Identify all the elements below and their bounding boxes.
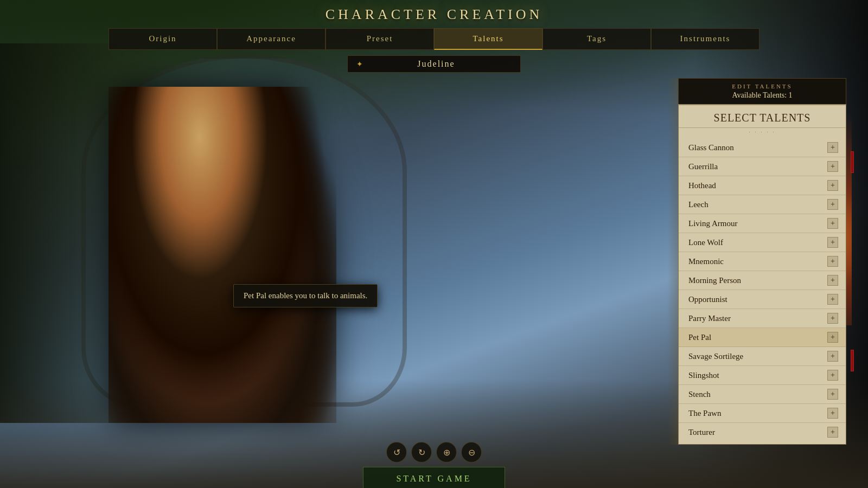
talent-add-button[interactable]: +	[827, 180, 838, 191]
talent-item[interactable]: Morning Person+	[679, 271, 846, 290]
talent-item[interactable]: Slingshot+	[679, 366, 846, 385]
name-input-wrapper: ✦	[347, 55, 521, 73]
talent-name: Parry Master	[688, 314, 731, 323]
start-game-button[interactable]: START GAME	[363, 467, 505, 488]
talent-item[interactable]: Glass Cannon+	[679, 138, 846, 157]
main-content: Pet Pal enables you to talk to animals. …	[0, 73, 868, 488]
talent-add-button[interactable]: +	[827, 351, 838, 362]
talents-list[interactable]: Glass Cannon+Guerrilla+Hothead+Leech+Liv…	[679, 138, 846, 439]
talents-divider: · · · · ·	[679, 128, 846, 138]
talent-item[interactable]: Living Armour+	[679, 214, 846, 233]
talent-item[interactable]: Opportunist+	[679, 290, 846, 309]
bottom-controls-wrapper: ↺↻⊕⊖ START GAME	[363, 442, 505, 488]
talent-name: Savage Sortilege	[688, 352, 743, 361]
talent-add-button[interactable]: +	[827, 142, 838, 153]
talent-item[interactable]: Torturer+	[679, 423, 846, 439]
tab-instruments[interactable]: Instruments	[651, 28, 760, 50]
talent-item[interactable]: Savage Sortilege+	[679, 347, 846, 366]
name-icon: ✦	[356, 60, 363, 69]
tab-tags[interactable]: Tags	[542, 28, 651, 50]
talent-item[interactable]: Guerrilla+	[679, 157, 846, 176]
talent-add-button[interactable]: +	[827, 332, 838, 343]
talent-name: Lone Wolf	[688, 238, 723, 247]
tab-talents[interactable]: Talents	[434, 28, 542, 50]
talent-add-button[interactable]: +	[827, 370, 838, 381]
talent-name: Hothead	[688, 181, 716, 190]
talent-add-button[interactable]: +	[827, 218, 838, 229]
zoom-in-icon[interactable]: ⊕	[436, 442, 457, 463]
talent-item[interactable]: Mnemonic+	[679, 252, 846, 271]
tooltip: Pet Pal enables you to talk to animals.	[233, 284, 378, 307]
bottom-bar: ↺↻⊕⊖ START GAME	[0, 445, 868, 488]
talent-add-button[interactable]: +	[827, 237, 838, 248]
talent-name: Mnemonic	[688, 257, 724, 266]
talent-name: Opportunist	[688, 295, 727, 304]
title-bar: CHARACTER CREATION	[0, 0, 868, 26]
talent-name: Glass Cannon	[688, 143, 734, 152]
talent-name: Guerrilla	[688, 162, 718, 171]
rotate-left-icon[interactable]: ↺	[386, 442, 407, 463]
character-name-input[interactable]	[368, 59, 504, 69]
panel-available-talents: Available Talents: 1	[685, 91, 839, 100]
talents-list-title: SELECT TALENTS	[679, 105, 846, 128]
talent-name: Slingshot	[688, 371, 719, 380]
name-bar: ✦	[0, 55, 868, 73]
talent-name: Living Armour	[688, 219, 737, 228]
talent-add-button[interactable]: +	[827, 161, 838, 172]
talent-add-button[interactable]: +	[827, 408, 838, 419]
page-title: CHARACTER CREATION	[0, 7, 868, 23]
red-accent-bottom	[851, 350, 854, 371]
talent-item[interactable]: Hothead+	[679, 176, 846, 195]
rotate-right-icon[interactable]: ↻	[411, 442, 432, 463]
talent-add-button[interactable]: +	[827, 427, 838, 438]
talent-item[interactable]: Stench+	[679, 385, 846, 404]
talent-add-button[interactable]: +	[827, 275, 838, 286]
talent-name: Stench	[688, 390, 711, 399]
talent-name: Torturer	[688, 428, 715, 437]
talent-item[interactable]: Lone Wolf+	[679, 233, 846, 252]
talent-item[interactable]: Parry Master+	[679, 309, 846, 328]
tab-appearance[interactable]: Appearance	[217, 28, 326, 50]
talent-add-button[interactable]: +	[827, 256, 838, 267]
talent-name: Morning Person	[688, 276, 741, 285]
talent-add-button[interactable]: +	[827, 294, 838, 305]
talents-panel: EDIT TALENTS Available Talents: 1 SELECT…	[678, 78, 846, 445]
red-accent-top	[851, 151, 854, 173]
talent-name: The Pawn	[688, 409, 721, 418]
tooltip-text: Pet Pal enables you to talk to animals.	[244, 291, 367, 300]
tab-preset[interactable]: Preset	[326, 28, 434, 50]
talent-add-button[interactable]: +	[827, 313, 838, 324]
zoom-out-icon[interactable]: ⊖	[461, 442, 482, 463]
tab-origin[interactable]: Origin	[108, 28, 217, 50]
nav-tabs: OriginAppearancePresetTalentsTagsInstrum…	[0, 28, 868, 50]
panel-header: EDIT TALENTS Available Talents: 1	[678, 78, 846, 104]
talent-item[interactable]: Pet Pal+	[679, 328, 846, 347]
talent-name: Leech	[688, 200, 709, 209]
talent-add-button[interactable]: +	[827, 199, 838, 210]
talent-item[interactable]: The Pawn+	[679, 404, 846, 423]
talents-list-wrapper: SELECT TALENTS · · · · · Glass Cannon+Gu…	[678, 104, 846, 445]
talent-add-button[interactable]: +	[827, 389, 838, 400]
panel-border-decoration	[667, 78, 678, 445]
talent-item[interactable]: Leech+	[679, 195, 846, 214]
talent-name: Pet Pal	[688, 333, 711, 342]
ui-overlay: CHARACTER CREATION OriginAppearancePrese…	[0, 0, 868, 488]
panel-header-title: EDIT TALENTS	[685, 83, 839, 89]
bottom-icons: ↺↻⊕⊖	[386, 442, 482, 463]
